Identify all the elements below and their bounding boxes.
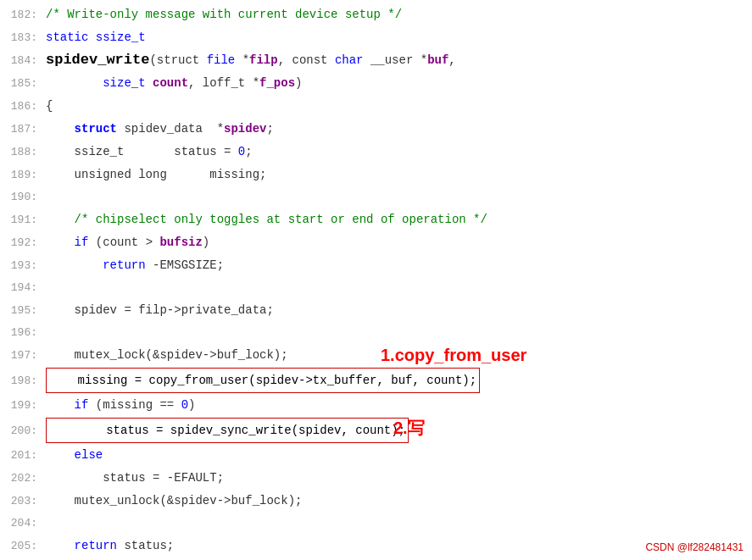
code-line: 195: spidev = filp->private_data; <box>0 299 752 322</box>
token: return <box>75 539 117 552</box>
code-line: 183:static ssize_t <box>0 26 752 49</box>
token: /* Write-only message <box>46 8 203 21</box>
line-content: unsigned long missing; <box>46 164 745 186</box>
line-content: if (count > bufsiz) <box>46 231 745 253</box>
token: char <box>335 53 364 67</box>
token: mutex_unlock(&spidev->buf_lock); <box>46 494 302 507</box>
token <box>46 236 75 249</box>
line-number: 184: <box>7 50 37 72</box>
token <box>46 258 103 272</box>
token: return <box>103 258 145 272</box>
line-content: struct spidev_data *spidev; <box>46 118 745 140</box>
code-line: 189: unsigned long missing; <box>0 164 752 186</box>
code-line: 202: status = -EFAULT; <box>0 467 752 490</box>
token: bufsiz <box>159 236 202 249</box>
token: ) <box>188 398 195 412</box>
boxed-line: missing = copy_from_user(spidev->tx_buff… <box>46 368 480 393</box>
token: ; <box>245 145 252 158</box>
code-line: 193: return -EMSGSIZE; <box>0 254 752 277</box>
line-number: 191: <box>7 209 37 231</box>
line-content: spidev_write(struct file *filp, const ch… <box>46 49 745 71</box>
token: end of operation */ <box>345 213 487 226</box>
token: -EMSGSIZE; <box>146 258 224 272</box>
token: file <box>207 53 236 67</box>
line-content: spidev = filp->private_data; <box>46 299 745 321</box>
code-line: 186:{ <box>0 95 752 118</box>
line-number: 203: <box>7 491 37 513</box>
token: ) <box>203 236 209 249</box>
line-number: 198: <box>7 370 37 392</box>
code-line: 203: mutex_unlock(&spidev->buf_lock); <box>0 490 752 513</box>
code-line: 182:/* Write-only message with current d… <box>0 3 752 26</box>
token: f_pos <box>259 76 295 90</box>
token: buf <box>427 53 448 67</box>
line-content: /* chipselect only toggles at start or e… <box>46 208 745 230</box>
token: struct <box>75 122 117 136</box>
token: status; <box>117 539 174 552</box>
code-line: 191: /* chipselect only toggles at start… <box>0 208 752 231</box>
line-number: 193: <box>7 255 37 277</box>
token: mutex_lock(&spidev->buf_lock); <box>46 348 288 362</box>
line-content: { <box>46 95 745 117</box>
watermark: CSDN @lf282481431 <box>645 541 744 553</box>
token: current device setup */ <box>231 8 402 21</box>
code-line: 204: <box>0 513 752 535</box>
code-line: 200: status = spidev_sync_write(spidev, … <box>0 417 752 444</box>
token: or <box>331 213 345 226</box>
line-number: 192: <box>7 232 37 254</box>
token: size_t <box>46 76 153 90</box>
line-number: 186: <box>7 96 37 118</box>
line-number: 199: <box>7 395 37 417</box>
line-content: status = spidev_sync_write(spidev, count… <box>46 417 745 444</box>
code-line: 199: if (missing == 0) <box>0 394 752 417</box>
line-content: missing = copy_from_user(spidev->tx_buff… <box>46 367 745 394</box>
code-line: 188: ssize_t status = 0; <box>0 141 752 164</box>
line-number: 196: <box>7 322 37 344</box>
token: else <box>75 448 103 462</box>
line-number: 200: <box>7 420 37 442</box>
token: __user * <box>364 53 428 67</box>
line-content: status = -EFAULT; <box>46 467 745 489</box>
token: ssize_t <box>96 30 146 44</box>
token: { <box>46 99 53 113</box>
token: spidev_write <box>46 52 149 68</box>
annotation-copy-from-user: 1.copy_from_user <box>381 344 526 366</box>
token: , <box>448 53 455 67</box>
token: count <box>153 76 188 90</box>
code-line: 194: <box>0 277 752 299</box>
token: spidev <box>224 122 266 136</box>
line-content: return -EMSGSIZE; <box>46 254 745 276</box>
token: , loff_t * <box>188 76 259 90</box>
token: * <box>235 53 249 67</box>
line-content: return status; <box>46 535 745 557</box>
line-number: 194: <box>7 277 37 299</box>
line-content: static ssize_t <box>46 26 745 48</box>
token <box>46 122 75 136</box>
line-content: size_t count, loff_t *f_pos) <box>46 72 745 94</box>
token: (count > <box>88 236 159 249</box>
boxed-inner-line: status = spidev_sync_write(spidev, count… <box>46 418 409 443</box>
line-number: 189: <box>7 164 37 186</box>
code-line: 192: if (count > bufsiz) <box>0 231 752 254</box>
token: ) <box>295 76 302 90</box>
code-line: 196: <box>0 322 752 344</box>
annotation-write: 2.写 <box>393 417 425 439</box>
line-number: 201: <box>7 445 37 467</box>
line-number: 205: <box>7 535 37 557</box>
line-number: 190: <box>7 186 37 208</box>
line-content: mutex_unlock(&spidev->buf_lock); <box>46 490 745 512</box>
line-number: 204: <box>7 513 37 535</box>
token <box>46 398 75 412</box>
code-container: 182:/* Write-only message with current d… <box>0 0 752 560</box>
line-number: 188: <box>7 141 37 164</box>
token: if <box>75 236 89 249</box>
token: if <box>75 398 89 412</box>
code-line: 201: else <box>0 444 752 467</box>
token: ssize_t status = <box>46 145 238 158</box>
token: with <box>203 8 231 21</box>
line-number: 195: <box>7 300 37 322</box>
line-number: 187: <box>7 119 37 141</box>
line-content: if (missing == 0) <box>46 394 745 416</box>
line-content: ssize_t status = 0; <box>46 141 745 163</box>
line-number: 197: <box>7 345 37 367</box>
